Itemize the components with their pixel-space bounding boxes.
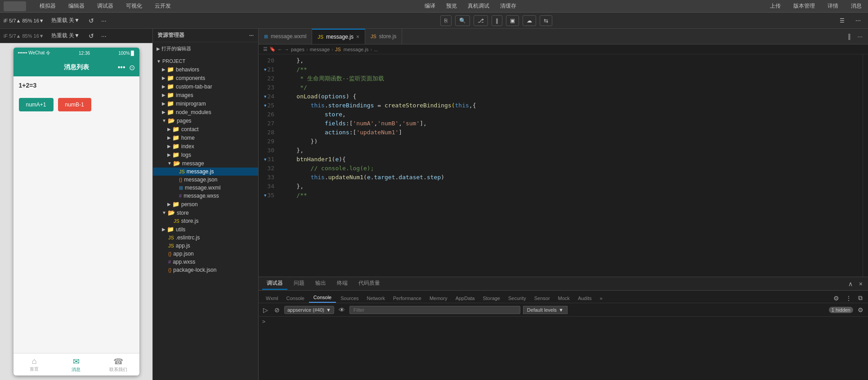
tree-item-miniprogram[interactable]: ▶ 📁 miniprogram	[153, 99, 258, 108]
tree-item-store-js[interactable]: JS store.js	[153, 217, 258, 225]
devtab-console[interactable]: Console	[283, 294, 308, 303]
tree-item-appjs[interactable]: JS app.js	[153, 242, 258, 250]
btn-new-file[interactable]: ⎘	[440, 15, 452, 26]
tree-item-index[interactable]: ▶ 📁 index	[153, 142, 258, 150]
sim-refresh-icon[interactable]: ↺	[87, 31, 96, 41]
editor-scrollbar[interactable]	[863, 54, 868, 277]
tree-item-nodemodules[interactable]: ▶ 📁 node_modules	[153, 108, 258, 116]
tree-item-message-wxss[interactable]: # message.wxss	[153, 192, 258, 200]
tree-item-components[interactable]: ▶ 📁 components	[153, 74, 258, 82]
sim-btn-b[interactable]: numB-1	[58, 98, 91, 111]
btn-arrows[interactable]: ⇆	[540, 15, 552, 26]
tab-store-js[interactable]: JS store.js	[365, 29, 403, 44]
editor-split-icon[interactable]: ‖	[846, 32, 853, 41]
sim-record-icon[interactable]: ⊙	[129, 63, 135, 72]
hot-reload-btn[interactable]: 热重载 关▼	[48, 15, 83, 26]
tree-item-message-wxml[interactable]: ⊞ message.wxml	[153, 184, 258, 192]
tree-item-home[interactable]: ▶ 📁 home	[153, 133, 258, 142]
tree-item-store-folder[interactable]: ▼ 📂 store	[153, 208, 258, 217]
editor-more-icon[interactable]: ···	[855, 32, 864, 41]
devtab-audits[interactable]: Audits	[574, 294, 595, 303]
tab-debugger[interactable]: 调试器	[262, 278, 287, 290]
tree-item-contact[interactable]: ▶ 📁 contact	[153, 125, 258, 133]
tab-output[interactable]: 输出	[311, 278, 331, 290]
btn-cloud[interactable]: ☁	[523, 15, 536, 26]
tree-item-message-json[interactable]: {} message.json	[153, 176, 258, 184]
devtab-sources[interactable]: Sources	[337, 294, 362, 303]
btn-details[interactable]: 详情	[825, 1, 841, 11]
devtab-mock[interactable]: Mock	[555, 294, 573, 303]
btn-layout[interactable]: ▣	[506, 15, 519, 26]
devtab-network[interactable]: Network	[363, 294, 389, 303]
tree-item-appjson[interactable]: {} app.json	[153, 250, 258, 258]
menu-simulator[interactable]: 模拟器	[37, 1, 58, 11]
tree-item-message-js[interactable]: JS message.js	[153, 168, 258, 176]
btn-preview[interactable]: 预览	[443, 1, 460, 11]
btn-compile[interactable]: 编译	[422, 1, 438, 11]
devtab-appdata[interactable]: AppData	[452, 294, 479, 303]
sim-hot-reload-btn[interactable]: 热重载 关▼	[48, 30, 83, 41]
devtools-settings-icon[interactable]: ⚙	[832, 294, 841, 303]
tree-item-logs[interactable]: ▶ 📁 logs	[153, 150, 258, 159]
devtools-more-icon[interactable]: ⋮	[844, 294, 854, 303]
more-icon[interactable]: ···	[99, 15, 108, 26]
tab-message-wxml[interactable]: ⊞ message.wxml	[259, 29, 312, 44]
devtab-sensor[interactable]: Sensor	[531, 294, 554, 303]
btn-upload[interactable]: 上传	[767, 1, 783, 11]
btn-messages[interactable]: 消息	[848, 1, 864, 11]
tree-item-eslint[interactable]: JS .eslintrc.js	[153, 234, 258, 242]
tree-project-header[interactable]: ▼ PROJECT	[153, 57, 258, 65]
btn-more-right[interactable]: ⋯	[852, 16, 864, 26]
btn-clear-cache[interactable]: 清缓存	[497, 1, 519, 11]
tree-item-packagelock[interactable]: {} package-lock.json	[153, 266, 258, 274]
sim-dots-icon[interactable]: •••	[118, 63, 125, 71]
breadcrumb-forward[interactable]: →	[284, 47, 289, 52]
devtab-memory[interactable]: Memory	[426, 294, 451, 303]
menu-debugger[interactable]: 调试器	[94, 1, 116, 11]
tab-code-quality[interactable]: 代码质量	[354, 278, 385, 290]
tree-item-images[interactable]: ▶ 📁 images	[153, 91, 258, 99]
console-settings-icon[interactable]: ⚙	[856, 305, 865, 314]
devtab-wxml[interactable]: Wxml	[262, 294, 282, 303]
tree-item-behaviors[interactable]: ▶ 📁 behaviors	[153, 65, 258, 74]
btn-device-debug[interactable]: 真机调试	[465, 1, 492, 11]
menu-cloud[interactable]: 云开发	[152, 1, 174, 11]
breadcrumb-back[interactable]: ←	[277, 47, 282, 52]
btn-split[interactable]: ‖	[492, 15, 502, 26]
refresh-icon[interactable]: ↺	[87, 15, 96, 26]
tab-js-close[interactable]: ×	[356, 34, 359, 40]
devtab-security[interactable]: Security	[505, 294, 530, 303]
panel-close-btn[interactable]: ×	[857, 279, 864, 288]
devtools-expand-icon[interactable]: ⧉	[856, 293, 864, 303]
console-block-icon[interactable]: ⊘	[273, 305, 282, 314]
tab-issues[interactable]: 问题	[289, 278, 309, 290]
context-selector[interactable]: appservice (#40) ▼	[284, 306, 334, 314]
sim-nav-contact[interactable]: ☎ 联系我们	[97, 353, 139, 376]
devtab-console-active[interactable]: Console	[309, 293, 336, 303]
btn-panel-toggle[interactable]: ☰	[836, 16, 848, 26]
devtab-storage[interactable]: Storage	[479, 294, 504, 303]
sim-btn-a[interactable]: numA+1	[19, 98, 54, 111]
tree-open-header[interactable]: ▶ 打开的编辑器	[153, 44, 258, 53]
console-filter-input[interactable]	[349, 306, 520, 314]
btn-branch[interactable]: ⎇	[474, 15, 488, 26]
menu-visual[interactable]: 可视化	[123, 1, 145, 11]
sim-nav-home[interactable]: ⌂ 首页	[13, 353, 55, 376]
log-levels-btn[interactable]: Default levels ▼	[523, 306, 568, 314]
btn-search[interactable]: 🔍	[455, 15, 470, 26]
tree-more-icon[interactable]: ···	[249, 32, 254, 39]
sim-nav-message[interactable]: ✉ 消息	[55, 353, 97, 376]
console-eye-icon[interactable]: 👁	[337, 305, 347, 314]
tree-item-pages[interactable]: ▼ 📂 pages	[153, 116, 258, 125]
tree-item-utils[interactable]: ▶ 📁 utils	[153, 225, 258, 234]
tree-item-customtabbar[interactable]: ▶ 📁 custom-tab-bar	[153, 82, 258, 91]
tree-item-person[interactable]: ▶ 📁 person	[153, 200, 258, 208]
panel-collapse-btn[interactable]: ∧	[846, 279, 855, 288]
tab-message-js[interactable]: JS message.js ×	[312, 29, 365, 44]
tree-item-message-folder[interactable]: ▼ 📂 message	[153, 159, 258, 168]
devtab-performance[interactable]: Performance	[389, 294, 425, 303]
code-content[interactable]: }, /** * 生命周期函数--监听页面加载 */ onLoad(option…	[279, 54, 863, 277]
console-exec-icon[interactable]: ▷	[261, 305, 270, 314]
btn-version-mgr[interactable]: 版本管理	[791, 1, 818, 11]
tree-scroll[interactable]: ▶ 打开的编辑器 ▼ PROJECT ▶ 📁 behaviors ▶	[153, 42, 258, 380]
